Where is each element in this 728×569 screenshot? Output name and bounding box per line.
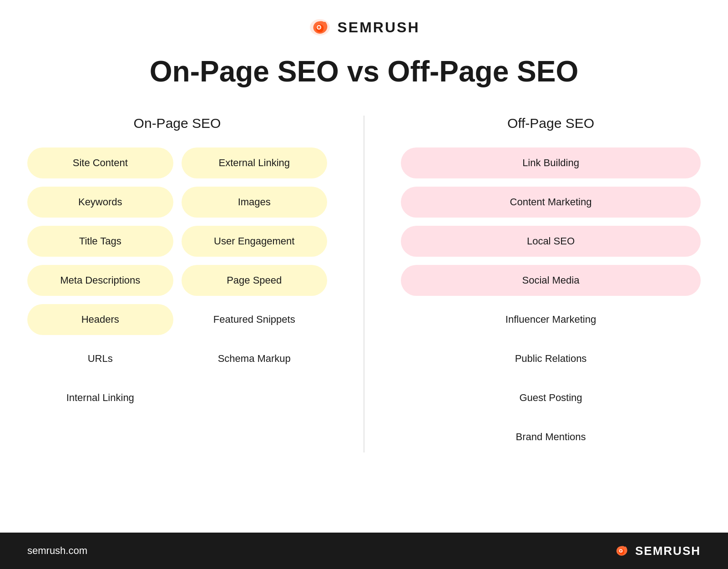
- onpage-item: User Engagement: [182, 226, 328, 257]
- logo-area: SEMRUSH: [308, 18, 420, 36]
- logo-text: SEMRUSH: [337, 19, 420, 36]
- columns-wrapper: On-Page SEO Site ContentKeywordsTitle Ta…: [27, 116, 701, 452]
- onpage-col2: External LinkingImagesUser EngagementPag…: [182, 147, 328, 413]
- onpage-item: Headers: [27, 304, 173, 335]
- offpage-item: Guest Posting: [401, 382, 701, 413]
- offpage-item: Link Building: [401, 147, 701, 178]
- footer-url: semrush.com: [27, 545, 87, 557]
- footer-logo-icon: [612, 544, 631, 558]
- page-title: On-Page SEO vs Off-Page SEO: [150, 55, 578, 88]
- onpage-item: Meta Descriptions: [27, 265, 173, 296]
- onpage-item: Title Tags: [27, 226, 173, 257]
- onpage-item: URLs: [27, 343, 173, 374]
- onpage-item: Keywords: [27, 187, 173, 218]
- svg-point-4: [620, 550, 622, 552]
- onpage-item: Images: [182, 187, 328, 218]
- column-divider: [364, 116, 364, 452]
- footer-logo: SEMRUSH: [612, 544, 701, 558]
- offpage-item: Influencer Marketing: [401, 304, 701, 335]
- offpage-item: Public Relations: [401, 343, 701, 374]
- semrush-logo-icon: [308, 18, 332, 36]
- svg-point-2: [318, 26, 320, 29]
- footer-logo-text: SEMRUSH: [635, 544, 701, 558]
- offpage-column: Off-Page SEO Link BuildingContent Market…: [401, 116, 701, 452]
- offpage-column-title: Off-Page SEO: [507, 116, 594, 131]
- offpage-item: Content Marketing: [401, 187, 701, 218]
- offpage-item: Social Media: [401, 265, 701, 296]
- offpage-list: Link BuildingContent MarketingLocal SEOS…: [401, 147, 701, 452]
- main-content: SEMRUSH On-Page SEO vs Off-Page SEO On-P…: [0, 0, 728, 533]
- onpage-item: Internal Linking: [27, 382, 173, 413]
- offpage-item: Brand Mentions: [401, 422, 701, 452]
- onpage-item: Schema Markup: [182, 343, 328, 374]
- onpage-item: External Linking: [182, 147, 328, 178]
- footer: semrush.com SEMRUSH: [0, 533, 728, 569]
- onpage-grid: Site ContentKeywordsTitle TagsMeta Descr…: [27, 147, 327, 413]
- onpage-item: Site Content: [27, 147, 173, 178]
- onpage-column-title: On-Page SEO: [134, 116, 221, 131]
- onpage-column: On-Page SEO Site ContentKeywordsTitle Ta…: [27, 116, 327, 452]
- onpage-item: Page Speed: [182, 265, 328, 296]
- onpage-item: Featured Snippets: [182, 304, 328, 335]
- offpage-item: Local SEO: [401, 226, 701, 257]
- onpage-col1: Site ContentKeywordsTitle TagsMeta Descr…: [27, 147, 173, 413]
